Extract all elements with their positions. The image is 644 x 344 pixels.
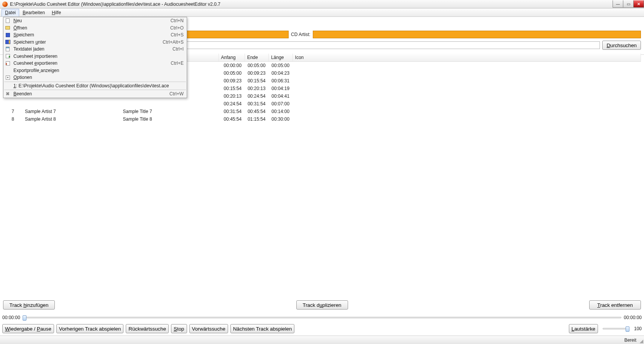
del-track-button[interactable]: Track entfernen [589,300,641,310]
cell-num [3,100,23,108]
cell-laenge: 00:14:00 [269,108,292,115]
volume-value: 100 [634,326,642,331]
menu-item-4[interactable]: Textdatei ladenCtrl+I [3,46,187,53]
ic-new-icon [4,18,11,24]
ic-text-icon [4,46,11,52]
menu-item-6[interactable]: Cuesheet exportierenCtrl+E [3,60,187,67]
menu-bar: Datei Bearbeiten Hilfe [0,8,644,17]
menu-item-0[interactable]: NeuCtrl+N [3,17,187,25]
cell-num: 7 [3,108,23,115]
menu-item-label: 1: E:\Projekte\Audio Cuesheet Editor (Wi… [13,83,176,88]
menu-item-label: Cuesheet importieren [13,54,176,59]
resize-grip-icon[interactable] [639,339,643,343]
seek-thumb[interactable] [23,315,26,321]
cell-anfang: 00:09:23 [219,77,245,85]
menu-item-label: Neu [13,18,163,23]
cell-anfang: 00:00:00 [219,62,245,70]
content-area: CD Artist: Durchsuchen Anfang Ende [0,17,644,336]
menu-item-accelerator: Ctrl+I [172,46,184,52]
cell-laenge: 00:30:00 [269,115,292,123]
menu-item-2[interactable]: SpeichernCtrl+S [3,31,187,39]
status-text: Bereit [624,337,636,343]
seek-track[interactable] [23,317,622,318]
cd-artist-field[interactable] [313,31,641,38]
menu-item-accelerator: Ctrl+O [170,25,184,31]
menu-item-accelerator: Ctrl+N [171,18,184,23]
menu-datei[interactable]: Datei [2,9,19,16]
forward-button[interactable]: Vorwärtssuche [189,324,228,333]
cell-title: Sample Title 8 [121,115,219,123]
blank-icon [4,67,11,74]
player-bar: Wiedergabe / Pause Vorherigen Track absp… [2,324,642,333]
col-laenge[interactable]: Länge [269,54,292,62]
track-buttons-row: Track hinzufügen Track duplizieren Track… [3,300,641,310]
minimize-button[interactable]: — [613,0,623,8]
col-anfang[interactable]: Anfang [219,54,245,62]
menu-item-accelerator: Ctrl+W [169,91,184,97]
ic-exit-icon: ✖ [4,91,11,97]
cell-laenge: 00:04:41 [269,92,292,100]
ic-saveas-icon [4,39,11,45]
cell-anfang: 00:05:00 [219,69,245,77]
ic-cueexp-icon [4,60,11,66]
table-row[interactable]: 8Sample Artist 8Sample Title 800:45:5401… [3,115,641,123]
volume-button[interactable]: Lautstärke [569,324,598,333]
menu-separator [4,90,186,90]
col-icon[interactable]: Icon [292,54,641,62]
cell-ende: 00:05:00 [245,62,268,70]
menu-bearbeiten[interactable]: Bearbeiten [19,9,48,16]
cell-icon [292,92,641,100]
cell-ende: 00:09:23 [245,69,268,77]
menu-hilfe[interactable]: Hilfe [48,9,64,16]
maximize-button[interactable]: ▭ [623,0,634,8]
dup-track-button[interactable]: Track duplizieren [296,300,348,310]
ic-cueimp-icon [4,53,11,59]
cell-icon [292,77,641,85]
cell-laenge: 00:06:31 [269,77,292,85]
table-row[interactable]: 7Sample Artist 7Sample Title 700:31:5400… [3,108,641,115]
menu-exit[interactable]: ✖BeendenCtrl+W [3,90,187,98]
menu-item-accelerator: Ctrl+Alt+S [163,39,184,45]
play-pause-button[interactable]: Wiedergabe / Pause [2,324,54,333]
menu-item-label: Textdatei laden [13,46,165,52]
cell-ende: 00:45:54 [245,108,268,115]
cell-ende: 00:20:13 [245,85,268,92]
cell-artist: Sample Artist 7 [23,108,120,115]
menu-separator [4,82,186,82]
rewind-button[interactable]: Rückwärtssuche [126,324,169,333]
cell-laenge: 00:04:19 [269,85,292,92]
menu-item-8[interactable]: Optionen [3,74,187,81]
prev-track-button[interactable]: Vorherigen Track abspielen [56,324,124,333]
next-track-button[interactable]: Nächsten Track abspielen [230,324,294,333]
ic-opt-icon [4,74,11,80]
cell-ende: 01:15:54 [245,115,268,123]
cell-artist: Sample Artist 8 [23,115,120,123]
cell-laenge: 00:05:00 [269,62,292,70]
cell-ende: 00:31:54 [245,100,268,108]
stop-button[interactable]: Stop [171,324,187,333]
browse-button[interactable]: Durchsuchen [602,41,641,50]
table-row[interactable]: 00:24:5400:31:5400:07:00 [3,100,641,108]
cell-icon [292,69,641,77]
cell-anfang: 00:20:13 [219,92,245,100]
cell-anfang: 00:15:54 [219,85,245,92]
add-track-button[interactable]: Track hinzufügen [3,300,55,310]
close-button[interactable]: ✕ [633,0,644,8]
menu-item-7[interactable]: Exportprofile anzeigen [3,67,187,74]
cell-anfang: 00:31:54 [219,108,245,115]
menu-item-label: Speichern [13,32,163,38]
ic-open-icon [4,25,11,31]
menu-item-label: Beenden [13,91,162,97]
seek-end-time: 00:00:00 [624,315,642,320]
menu-item-5[interactable]: Cuesheet importieren [3,53,187,60]
col-ende[interactable]: Ende [245,54,268,62]
menu-recent-file[interactable]: 1: E:\Projekte\Audio Cuesheet Editor (Wi… [3,82,187,90]
menu-item-3[interactable]: Speichern unterCtrl+Alt+S [3,39,187,46]
cell-laenge: 00:04:23 [269,69,292,77]
cell-icon [292,100,641,108]
volume-thumb[interactable] [626,326,629,332]
volume-slider[interactable] [603,328,629,329]
menu-item-label: Speichern unter [13,39,155,45]
menu-item-1[interactable]: ÖffnenCtrl+O [3,25,187,32]
status-bar: Bereit [0,336,644,344]
